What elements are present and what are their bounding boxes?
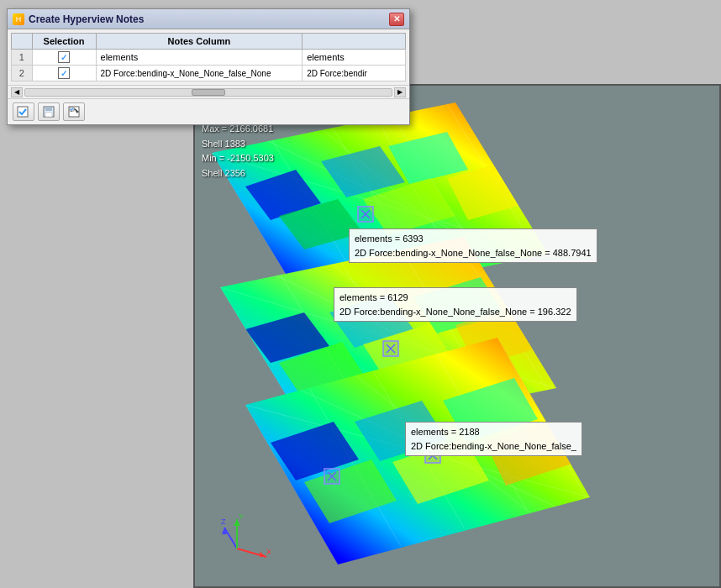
toolbar-save-button[interactable] <box>38 102 60 121</box>
table-row: 1 elements elements <box>12 50 406 66</box>
legend-min: Min = -2150.5303 <box>202 151 274 166</box>
dialog-create-hyperview-notes: H Create Hyperview Notes ✕ Selection Not… <box>7 8 410 125</box>
tooltip-1-line2: 2D Force:bending-x_None_None_false_None … <box>355 246 592 260</box>
axis-indicator: Z X Y <box>220 511 271 561</box>
scroll-thumb[interactable] <box>192 89 225 96</box>
horizontal-scrollbar[interactable]: ◀ ▶ <box>8 85 409 98</box>
checkbox-row-1[interactable] <box>58 51 70 63</box>
row-2-num: 2 <box>12 66 33 81</box>
row-1-num: 1 <box>12 50 33 66</box>
scroll-right[interactable]: ▶ <box>394 87 406 97</box>
viewport-3d: -2150.5303 No result Max = 2166.0681 She… <box>193 84 721 588</box>
dialog-icon: H <box>13 13 24 25</box>
refresh-icon <box>68 106 80 118</box>
tooltip-3: elements = 2188 2D Force:bending-x_None_… <box>405 422 582 456</box>
scroll-left[interactable]: ◀ <box>11 87 23 97</box>
svg-rect-70 <box>45 113 52 117</box>
bottom-toolbar <box>8 98 409 124</box>
svg-line-58 <box>224 528 237 549</box>
legend-shell1: Shell 1383 <box>202 137 274 152</box>
scroll-track[interactable] <box>24 88 392 97</box>
legend-shell2: Shell 2356 <box>202 166 274 181</box>
dialog-title-left: H Create Hyperview Notes <box>13 13 144 25</box>
col-header-selection: Selection <box>32 34 96 50</box>
checkbox-row-2[interactable] <box>58 67 70 79</box>
tooltip-2: elements = 6129 2D Force:bending-x_None_… <box>334 287 577 322</box>
col-header-notes: Notes Column <box>96 34 303 50</box>
check-all-icon <box>17 106 30 118</box>
tooltip-1: elements = 6393 2D Force:bending-x_None_… <box>349 228 597 263</box>
tooltip-2-line1: elements = 6129 <box>339 291 571 305</box>
row-1-notes: elements <box>303 50 406 66</box>
toolbar-check-all-button[interactable] <box>13 102 34 121</box>
save-icon <box>43 106 55 118</box>
table-container: Selection Notes Column 1 elements elemen… <box>8 29 409 85</box>
row-2-check[interactable] <box>32 66 96 81</box>
svg-text:Z: Z <box>221 517 226 526</box>
svg-text:Y: Y <box>239 512 244 521</box>
row-2-selection: 2D Force:bending-x_None_None_false_None <box>96 66 303 81</box>
svg-rect-69 <box>45 107 52 111</box>
row-1-check[interactable] <box>32 50 96 66</box>
svg-rect-48 <box>358 207 373 222</box>
col-header-extra <box>303 34 406 50</box>
toolbar-refresh-button[interactable] <box>63 102 85 121</box>
table-row: 2 2D Force:bending-x_None_None_false_Non… <box>12 66 406 81</box>
svg-rect-67 <box>18 107 28 117</box>
svg-rect-54 <box>324 469 339 484</box>
svg-text:X: X <box>266 548 271 556</box>
notes-table: Selection Notes Column 1 elements elemen… <box>11 33 406 81</box>
tooltip-2-line2: 2D Force:bending-x_None_None_false_None … <box>339 305 571 319</box>
tooltip-3-line2: 2D Force:bending-x_None_None_false_ <box>411 439 576 454</box>
close-button[interactable]: ✕ <box>389 13 404 26</box>
dialog-title-text: Create Hyperview Notes <box>29 13 144 25</box>
dialog-icon-label: H <box>16 15 22 24</box>
col-header-num <box>12 34 33 50</box>
row-2-notes: 2D Force:bendir <box>303 66 406 81</box>
svg-rect-51 <box>383 341 398 356</box>
tooltip-1-line1: elements = 6393 <box>355 232 592 246</box>
dialog-titlebar: H Create Hyperview Notes ✕ <box>8 9 409 29</box>
tooltip-3-line1: elements = 2188 <box>411 425 576 439</box>
row-1-selection: elements <box>96 50 303 66</box>
